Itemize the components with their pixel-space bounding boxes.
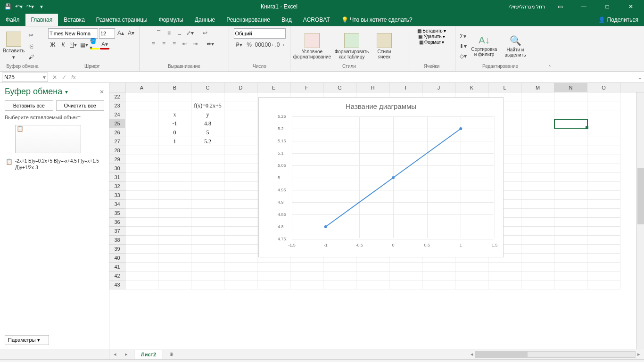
name-box[interactable]: N25▾ — [2, 73, 48, 82]
cell[interactable] — [158, 155, 191, 164]
align-middle-icon[interactable]: ≡ — [165, 28, 174, 38]
tab-Данные[interactable]: Данные — [189, 14, 221, 26]
row-header[interactable]: 42 — [109, 272, 125, 280]
cell[interactable] — [224, 227, 257, 236]
cell[interactable] — [191, 209, 224, 218]
row-header[interactable]: 43 — [109, 280, 125, 289]
column-header[interactable]: H — [356, 83, 389, 92]
cell[interactable] — [125, 155, 158, 164]
cell[interactable]: 5 — [191, 128, 224, 137]
cell[interactable] — [290, 280, 323, 289]
cell[interactable] — [224, 200, 257, 209]
select-all-corner[interactable] — [109, 83, 125, 92]
cell[interactable] — [125, 164, 158, 173]
column-header[interactable]: I — [389, 83, 422, 92]
cell[interactable] — [587, 128, 620, 137]
row-header[interactable]: 41 — [109, 263, 125, 272]
cell[interactable] — [587, 110, 620, 119]
cell[interactable] — [587, 101, 620, 110]
cell[interactable] — [587, 182, 620, 191]
align-left-icon[interactable]: ≡ — [149, 39, 158, 49]
cell[interactable] — [521, 92, 554, 101]
cell[interactable] — [389, 272, 422, 280]
redo-icon[interactable]: ↷▾ — [26, 3, 34, 10]
cell[interactable] — [191, 200, 224, 209]
column-header[interactable]: M — [521, 83, 554, 92]
fill-icon[interactable]: ⬇▾ — [458, 41, 468, 51]
cell-styles-button[interactable]: Стили ячеек — [372, 29, 396, 63]
row-header[interactable]: 25 — [109, 119, 125, 128]
cell[interactable] — [587, 137, 620, 146]
row-header[interactable]: 28 — [109, 146, 125, 155]
cell[interactable] — [158, 101, 191, 110]
cell[interactable] — [587, 263, 620, 272]
expand-formula-icon[interactable]: ⌄ — [636, 74, 644, 81]
align-bottom-icon[interactable]: ⎽ — [175, 28, 184, 38]
clipboard-options-button[interactable]: Параметры ▾ — [5, 335, 49, 345]
cell[interactable] — [521, 227, 554, 236]
sort-filter-button[interactable]: A↓Сортировка и фильтр — [470, 29, 499, 63]
row-header[interactable]: 36 — [109, 218, 125, 227]
cell[interactable] — [224, 155, 257, 164]
cell[interactable] — [224, 280, 257, 289]
tell-me[interactable]: 💡 Что вы хотите сделать? — [336, 14, 418, 26]
cell[interactable] — [554, 245, 587, 254]
cell[interactable] — [521, 164, 554, 173]
cancel-icon[interactable]: ✕ — [50, 74, 59, 81]
cell[interactable] — [191, 173, 224, 182]
cell[interactable] — [290, 263, 323, 272]
cell[interactable] — [191, 92, 224, 101]
font-color-icon[interactable]: A▾ — [100, 40, 109, 49]
fill-color-icon[interactable]: 🪣▾ — [90, 40, 99, 49]
enter-icon[interactable]: ✓ — [59, 74, 69, 81]
bold-icon[interactable]: Ж — [48, 40, 58, 49]
cell[interactable]: f(x)=0.2x+5 — [191, 101, 224, 110]
cell[interactable] — [125, 110, 158, 119]
cell[interactable] — [158, 254, 191, 263]
cell[interactable] — [125, 236, 158, 245]
cell[interactable] — [521, 101, 554, 110]
cell[interactable] — [191, 272, 224, 280]
clipboard-item-text[interactable]: -2x+1 Б)y=0.2x+5 В)y=-x+4.5 Г)y=x+1.5 Д)… — [5, 158, 104, 171]
cell[interactable] — [158, 218, 191, 227]
sheet-nav[interactable]: ◂▸ — [109, 351, 132, 357]
cell[interactable] — [587, 280, 620, 289]
cell[interactable] — [125, 92, 158, 101]
share-button[interactable]: 👤 Поделиться — [593, 14, 644, 26]
format-cells-button[interactable]: ▦ Формат ▾ — [419, 40, 445, 45]
number-format-combo[interactable] — [234, 28, 286, 39]
row-header[interactable]: 40 — [109, 254, 125, 263]
cell[interactable] — [521, 245, 554, 254]
cell[interactable] — [257, 263, 290, 272]
cell[interactable] — [191, 227, 224, 236]
cell[interactable]: 5.2 — [191, 137, 224, 146]
cell[interactable] — [521, 236, 554, 245]
tab-Главная[interactable]: Главная — [25, 14, 58, 26]
cell[interactable] — [521, 200, 554, 209]
tab-Рецензирование[interactable]: Рецензирование — [221, 14, 276, 26]
cell[interactable] — [554, 182, 587, 191]
cell[interactable] — [554, 137, 587, 146]
row-header[interactable]: 22 — [109, 92, 125, 101]
column-header[interactable]: N — [554, 83, 587, 92]
column-header[interactable]: G — [323, 83, 356, 92]
cell[interactable] — [521, 155, 554, 164]
cell[interactable] — [554, 191, 587, 200]
wrap-text-icon[interactable]: ↩ — [196, 28, 215, 38]
cell[interactable] — [521, 254, 554, 263]
cell[interactable] — [323, 280, 356, 289]
delete-cells-button[interactable]: ▦ Удалить ▾ — [418, 34, 445, 39]
cell[interactable] — [389, 263, 422, 272]
cell[interactable] — [554, 263, 587, 272]
cell[interactable] — [224, 236, 257, 245]
cell[interactable] — [125, 263, 158, 272]
cell[interactable] — [521, 119, 554, 128]
cell[interactable] — [389, 280, 422, 289]
cell[interactable] — [224, 101, 257, 110]
horizontal-scrollbar[interactable]: ◂▸ — [176, 351, 644, 358]
cell[interactable] — [422, 280, 455, 289]
qat-customize-icon[interactable]: ▾ — [38, 3, 45, 10]
minimize-icon[interactable]: — — [575, 0, 592, 13]
copy-icon[interactable]: ⎘ — [26, 41, 36, 51]
column-header[interactable]: D — [224, 83, 257, 92]
